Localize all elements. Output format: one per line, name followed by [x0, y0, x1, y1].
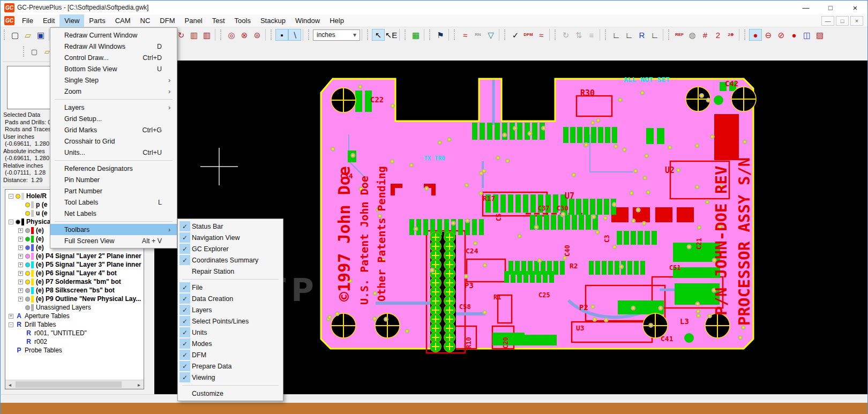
- menu-item-status-bar[interactable]: ✓Status Bar: [178, 221, 283, 232]
- tree-item-e-p6-signal-layer-4-bot[interactable]: +(e) P6 Signal "Layer 4" bot: [5, 269, 144, 277]
- pad-spacing-icon[interactable]: ▥: [188, 29, 200, 41]
- mdi-close-button[interactable]: ×: [850, 16, 863, 26]
- expand-icon[interactable]: +: [18, 288, 23, 293]
- tree-item-unassigned-layers[interactable]: Unassigned Layers: [5, 303, 144, 312]
- menu-edit[interactable]: Edit: [38, 14, 59, 27]
- zoom-off-layers-icon[interactable]: ⊗: [238, 29, 251, 41]
- drill-pattern-icon[interactable]: ▥: [200, 29, 213, 41]
- menu-item-customize[interactable]: Customize: [178, 388, 283, 399]
- menu-item-gc-explorer[interactable]: ✓GC Explorer: [178, 243, 283, 254]
- new-file-icon[interactable]: ▢: [9, 29, 21, 41]
- menu-parts[interactable]: Parts: [84, 14, 110, 27]
- menu-item-file[interactable]: ✓File: [178, 282, 283, 293]
- collapse-icon[interactable]: -: [9, 194, 13, 199]
- r-table-icon[interactable]: R: [635, 29, 648, 41]
- scroll-left-icon[interactable]: ◂: [5, 380, 14, 389]
- tree-item-probe-tables[interactable]: PProbe Tables: [5, 346, 144, 355]
- tree-item-e-p9-outline-new-physical-lay[interactable]: +(e) P9 Outline "New Physical Lay...: [5, 295, 144, 303]
- measure-axis2-icon[interactable]: ∟: [623, 29, 635, 41]
- expand-icon[interactable]: +: [18, 297, 23, 302]
- axis-plus-icon[interactable]: ∟: [648, 29, 661, 41]
- zoom-layers-icon[interactable]: ◎: [225, 29, 238, 41]
- menu-item-layers[interactable]: Layers›: [50, 102, 177, 113]
- menu-item-control-draw[interactable]: Control Draw...Ctrl+D: [50, 52, 177, 63]
- align-disabled-icon[interactable]: ≡: [585, 29, 598, 41]
- menu-item-prepare-data[interactable]: ✓Prepare Data: [178, 360, 283, 372]
- menu-window[interactable]: Window: [290, 14, 325, 27]
- sphere-icon[interactable]: ◍: [686, 29, 699, 41]
- new-file-small-icon[interactable]: ▢: [28, 46, 41, 57]
- tree-item-e-p4-signal-layer-2-plane-inner[interactable]: +(e) P4 Signal "Layer 2" Plane inner: [5, 252, 144, 260]
- menu-item-redraw-current-window[interactable]: Redraw Current Window: [50, 29, 177, 41]
- save-icon[interactable]: ▣: [34, 29, 47, 41]
- menu-item-part-number[interactable]: Part Number: [50, 185, 177, 197]
- scroll-right-icon[interactable]: ▸: [134, 380, 144, 389]
- tree-item-e-p8-silkscreen-bs-bot[interactable]: +(e) P8 Silkscreen "bs" bot: [5, 286, 144, 295]
- pad-grid-icon[interactable]: ▦: [409, 29, 422, 41]
- menu-nc[interactable]: NC: [136, 14, 155, 27]
- menu-item-repair-station[interactable]: Repair Station: [178, 266, 283, 277]
- select-element-icon[interactable]: ↖E: [385, 29, 398, 41]
- pad-hatched-icon[interactable]: ▨: [813, 29, 826, 41]
- menu-item-grid-marks[interactable]: Grid MarksCtrl+G: [50, 124, 177, 136]
- expand-icon[interactable]: +: [18, 245, 23, 250]
- tree-horizontal-scrollbar[interactable]: ◂ ▸: [5, 380, 144, 389]
- menu-item-modes[interactable]: ✓Modes: [178, 338, 283, 349]
- filter-funnel-icon[interactable]: ▽: [484, 29, 497, 41]
- transform-disabled-icon[interactable]: ⇅: [572, 29, 585, 41]
- flag-tool-icon[interactable]: ⚑: [434, 29, 447, 41]
- menu-item-grid-setup[interactable]: Grid Setup...: [50, 113, 177, 124]
- menu-item-reference-designators[interactable]: Reference Designators: [50, 163, 177, 174]
- measure-axis-icon[interactable]: ∟: [610, 29, 623, 41]
- menu-help[interactable]: Help: [325, 14, 349, 27]
- expand-icon[interactable]: +: [18, 280, 23, 284]
- menu-item-units[interactable]: Units...Ctrl+U: [50, 147, 177, 158]
- rn-tool-icon[interactable]: RN: [472, 29, 484, 41]
- tree-item-aperture-tables[interactable]: +AAperture Tables: [5, 312, 144, 320]
- net-compare-icon[interactable]: ≈: [459, 29, 472, 41]
- dfm-zoom-icon[interactable]: DFM: [522, 29, 535, 41]
- units-select[interactable]: inches▾: [313, 29, 360, 41]
- pad-fill-icon[interactable]: ●: [788, 29, 800, 41]
- menu-item-data-creation[interactable]: ✓Data Creation: [178, 293, 283, 304]
- menu-cam[interactable]: CAM: [110, 14, 136, 27]
- menu-view[interactable]: View: [59, 14, 84, 27]
- result-stack-icon[interactable]: ≈: [535, 29, 548, 41]
- menu-item-units[interactable]: ✓Units: [178, 327, 283, 338]
- menu-item-toolbars[interactable]: Toolbars›: [50, 224, 177, 235]
- menu-item-bottom-side-view[interactable]: Bottom Side ViewU: [50, 63, 177, 74]
- pad-ellipse-icon[interactable]: ●: [749, 29, 762, 41]
- menu-item-coordinates-summary[interactable]: ✓Coordinates Summary: [178, 254, 283, 266]
- pad-annulus-icon[interactable]: ⊘: [775, 29, 788, 41]
- renumber-icon[interactable]: #: [699, 29, 712, 41]
- menu-item-dfm[interactable]: ✓DFM: [178, 349, 283, 360]
- menu-stackup[interactable]: Stackup: [256, 14, 290, 27]
- tree-item-e-p7-soldermask-bm-bot[interactable]: +(e) P7 Soldermask "bm" bot: [5, 277, 144, 286]
- menu-item-crosshair-to-grid[interactable]: Crosshair to Grid: [50, 136, 177, 147]
- menu-test[interactable]: Test: [207, 14, 230, 27]
- expand-icon[interactable]: +: [18, 262, 23, 267]
- menu-item-zoom[interactable]: Zoom›: [50, 86, 177, 97]
- collapse-icon[interactable]: -: [9, 322, 13, 327]
- menu-panel[interactable]: Panel: [180, 14, 207, 27]
- square-mode-icon[interactable]: ▪: [275, 29, 288, 41]
- pad-round-open-icon[interactable]: ⊖: [762, 29, 775, 41]
- menu-item-net-labels[interactable]: Net Labels: [50, 208, 177, 219]
- menu-file[interactable]: File: [17, 14, 38, 27]
- menu-item-navigation-view[interactable]: ✓Navigation View: [178, 232, 283, 243]
- minimize-button[interactable]: —: [794, 1, 818, 14]
- tree-item-e-p5-signal-layer-3-plane-inner[interactable]: +(e) P5 Signal "Layer 3" Plane inner: [5, 260, 144, 269]
- maximize-button[interactable]: □: [818, 1, 843, 14]
- tree-item-drill-tables[interactable]: -RDrill Tables: [5, 320, 144, 329]
- menu-item-viewing[interactable]: ✓Viewing: [178, 372, 283, 383]
- line-mode-icon[interactable]: ∖: [288, 29, 301, 41]
- collapse-icon[interactable]: -: [9, 220, 13, 224]
- menu-item-select-points-lines[interactable]: ✓Select Points/Lines: [178, 315, 283, 327]
- menu-item-redraw-all-windows[interactable]: Redraw All WindowsD: [50, 41, 177, 52]
- sequence-2-icon[interactable]: 2: [712, 29, 724, 41]
- mdi-restore-button[interactable]: □: [836, 16, 849, 26]
- menu-item-single-step[interactable]: Single Step›: [50, 74, 177, 86]
- tree-item-r002[interactable]: Rr002: [5, 337, 144, 346]
- menu-tools[interactable]: Tools: [230, 14, 256, 27]
- zoom-select-layers-icon[interactable]: ⊜: [251, 29, 264, 41]
